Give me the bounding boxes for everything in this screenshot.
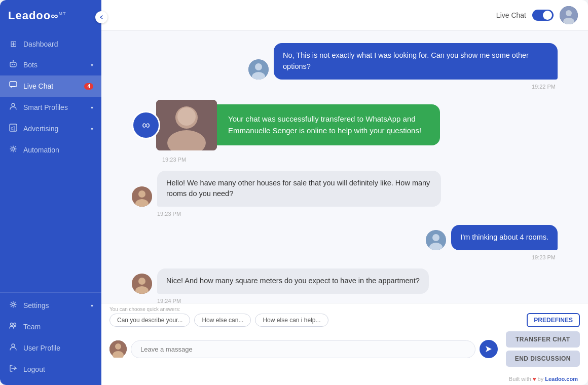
live-chat-badge: 4 [84, 83, 93, 90]
svg-point-9 [12, 303, 15, 306]
svg-point-18 [255, 63, 262, 70]
message-row: Nice! And how many square meters do you … [132, 268, 558, 303]
avatar [248, 59, 269, 80]
chevron-down-icon: ▾ [91, 126, 93, 132]
message-content: Hello! We have many other houses for sal… [157, 171, 441, 207]
chat-footer: Built with ♥ by Leadoo.com [101, 373, 588, 385]
send-button[interactable] [480, 340, 498, 358]
message-content-row: Nice! And how many square meters do you … [132, 268, 558, 294]
team-icon [8, 322, 18, 332]
svg-rect-0 [10, 62, 16, 67]
quick-answers-label: You can choose quick answers: [109, 303, 580, 313]
svg-point-10 [11, 323, 13, 326]
logo-text: Leadoo∞MT [8, 9, 66, 22]
message-time: 19:23 PM [132, 211, 558, 217]
svg-rect-2 [14, 64, 15, 65]
logout-icon [8, 364, 18, 374]
svg-rect-7 [10, 124, 17, 131]
quick-answer-button-3[interactable]: How else can i help... [255, 314, 328, 327]
live-chat-toggle[interactable] [532, 10, 554, 21]
message-content: I'm thinking about 4 rooms. [451, 225, 558, 250]
user-profile-icon [8, 343, 18, 353]
svg-point-28 [432, 234, 439, 241]
svg-point-15 [566, 10, 572, 16]
automation-icon [8, 145, 18, 155]
sidebar-item-label: Live Chat [23, 82, 77, 90]
sidebar-item-label: Bots [23, 61, 86, 69]
message-time: 19:24 PM [132, 298, 558, 303]
message-bubble: I'm thinking about 4 rooms. [451, 225, 558, 250]
sidebar-item-team[interactable]: Team [0, 316, 101, 337]
message-bubble: Hello! We have many other houses for sal… [157, 171, 441, 207]
svg-point-31 [138, 278, 145, 285]
message-content: Nice! And how many square meters do you … [157, 268, 429, 294]
svg-rect-1 [12, 64, 13, 65]
sidebar-item-automation[interactable]: Automation [0, 139, 101, 161]
transfer-message-bubble: Your chat was successfully transfered to… [217, 104, 440, 145]
message-time: 19:22 PM [530, 84, 558, 90]
message-row: Hello! We have many other houses for sal… [132, 171, 558, 217]
avatar [132, 186, 152, 207]
advertising-icon [8, 124, 18, 134]
message-bubble: Nice! And how many square meters do you … [157, 268, 429, 294]
end-discussion-button[interactable]: END DISCUSSION [506, 351, 580, 367]
sidebar-item-smart-profiles[interactable]: Smart Profiles ▾ [0, 97, 101, 118]
live-chat-label: Live Chat [496, 11, 526, 19]
transfer-chat-button[interactable]: TRANSFER CHAT [506, 331, 580, 348]
user-avatar [560, 6, 578, 24]
sidebar-item-label: Settings [23, 301, 86, 310]
input-area: You can choose quick answers: Can you de… [101, 303, 588, 373]
svg-point-12 [12, 344, 15, 347]
footer-text: Built with ♥ by Leadoo.com [509, 376, 578, 382]
message-input[interactable] [131, 340, 475, 358]
input-row-container: TRANSFER CHAT END DISCUSSION [109, 331, 580, 367]
leadoo-link[interactable]: Leadoo.com [545, 376, 578, 382]
agent-transfer-image [156, 100, 217, 150]
bots-icon [8, 60, 18, 70]
sidebar-item-live-chat[interactable]: Live Chat 4 [0, 75, 101, 97]
svg-point-11 [14, 323, 16, 326]
dashboard-icon: ⊞ [8, 39, 18, 49]
quick-answers-row: Can you describe your... How else can...… [109, 313, 580, 327]
sidebar-item-bots[interactable]: Bots ▾ [0, 54, 101, 75]
sidebar-item-user-profile[interactable]: User Profile [0, 337, 101, 359]
sidebar-item-label: Logout [23, 365, 93, 373]
heart-icon: ♥ [533, 376, 536, 382]
sidebar-item-logout[interactable]: Logout [0, 359, 101, 380]
action-buttons: TRANSFER CHAT END DISCUSSION [506, 331, 580, 367]
avatar-image [560, 6, 578, 24]
sidebar-item-advertising[interactable]: Advertising ▾ [0, 118, 101, 139]
svg-rect-5 [10, 82, 17, 87]
sidebar-collapse-button[interactable] [95, 11, 107, 23]
svg-point-34 [115, 343, 121, 350]
avatar [132, 274, 152, 294]
message-time: 19:23 PM [132, 157, 558, 163]
sidebar-bottom: Settings ▾ Team User Profile Logout [0, 290, 101, 385]
main-content: Live Chat No, This is not exactly what I… [101, 0, 588, 385]
sidebar-item-dashboard[interactable]: ⊞ Dashboard [0, 33, 101, 54]
message-row: I'm thinking about 4 rooms. 19:23 PM [132, 225, 558, 260]
sidebar-logo-area: Leadoo∞MT [0, 0, 101, 31]
message-bubble: No, This is not exactly what I was looki… [274, 43, 558, 80]
transfer-content: ∞ Your chat was successfully transfered … [132, 100, 558, 150]
chevron-down-icon: ▾ [91, 62, 93, 68]
chat-area: No, This is not exactly what I was looki… [101, 31, 588, 303]
quick-answer-button-2[interactable]: How else can... [194, 314, 251, 327]
message-content: No, This is not exactly what I was looki… [274, 43, 558, 80]
message-row: No, This is not exactly what I was looki… [132, 43, 558, 90]
chevron-down-icon: ▾ [91, 105, 93, 110]
message-content-row: Hello! We have many other houses for sal… [132, 171, 558, 207]
leadoo-logo-icon: ∞ [132, 111, 160, 139]
svg-point-25 [138, 190, 145, 198]
quick-answer-button-1[interactable]: Can you describe your... [109, 314, 190, 327]
svg-point-4 [13, 60, 14, 61]
sidebar-item-settings[interactable]: Settings ▾ [0, 295, 101, 316]
sidebar-item-label: Dashboard [23, 40, 93, 48]
transfer-message-row: ∞ Your chat was successfully transfered … [132, 98, 558, 163]
svg-point-8 [12, 148, 15, 150]
chevron-down-icon: ▾ [91, 303, 93, 309]
predefined-button[interactable]: PREDEFINES [527, 313, 580, 327]
avatar [426, 230, 446, 250]
sidebar-divider [0, 292, 101, 293]
svg-point-6 [12, 103, 15, 106]
